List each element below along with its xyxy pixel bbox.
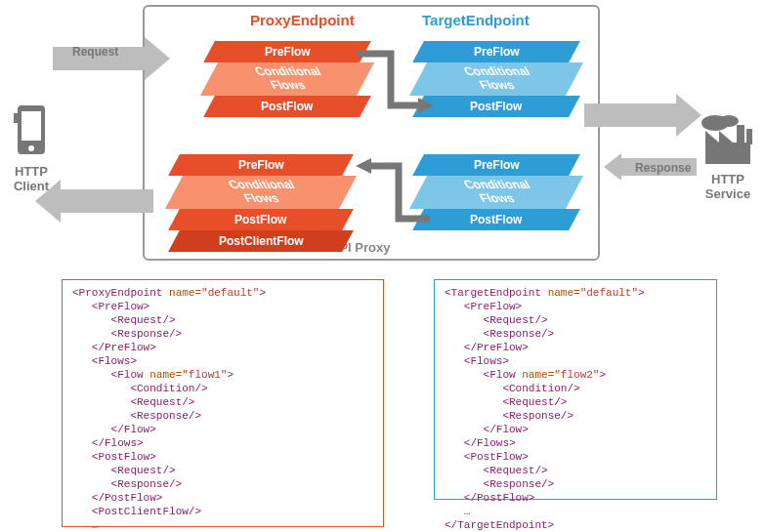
target-request-block: PreFlow ConditionalFlows PostFlow — [418, 41, 574, 117]
postclientflow-label: PostClientFlow — [219, 230, 304, 252]
proxy-response-block: PreFlow ConditionalFlows PostFlow PostCl… — [174, 154, 348, 252]
target-code-box: <TargetEndpoint name="default"> <PreFlow… — [434, 279, 717, 500]
proxy-request-block: PreFlow ConditionalFlows PostFlow — [209, 41, 365, 117]
svg-rect-3 — [21, 111, 41, 141]
target-response-block: PreFlow ConditionalFlows PostFlow — [418, 154, 574, 230]
client-label: HTTPClient — [6, 164, 57, 193]
preflow-label: PreFlow — [265, 41, 311, 62]
svg-point-7 — [719, 115, 739, 127]
response-label: Response — [635, 161, 691, 175]
svg-marker-9 — [705, 131, 719, 143]
svg-rect-5 — [14, 113, 18, 123]
response-arrow-head — [604, 153, 621, 181]
diagram-canvas: ProxyEndpoint TargetEndpoint API Proxy R… — [0, 0, 765, 532]
postflow-label: PostFlow — [261, 96, 313, 117]
svg-rect-12 — [746, 129, 752, 144]
cond-label-2: Flows — [268, 78, 308, 92]
target-endpoint-title: TargetEndpoint — [422, 12, 530, 28]
service-label: HTTPService — [698, 172, 758, 201]
proxy-endpoint-title: ProxyEndpoint — [250, 12, 355, 28]
preflow-label-t: PreFlow — [474, 41, 520, 62]
cond-label-1: Conditional — [252, 64, 323, 78]
svg-marker-10 — [719, 131, 733, 143]
postflow-label-t: PostFlow — [470, 96, 522, 117]
phone-icon — [12, 103, 51, 162]
factory-icon — [700, 111, 756, 168]
proxy-code-box: <ProxyEndpoint name="default"> <PreFlow>… — [62, 279, 384, 527]
svg-point-4 — [28, 145, 34, 151]
request-label: Request — [72, 45, 118, 59]
svg-rect-8 — [705, 143, 750, 164]
svg-rect-11 — [737, 125, 744, 144]
